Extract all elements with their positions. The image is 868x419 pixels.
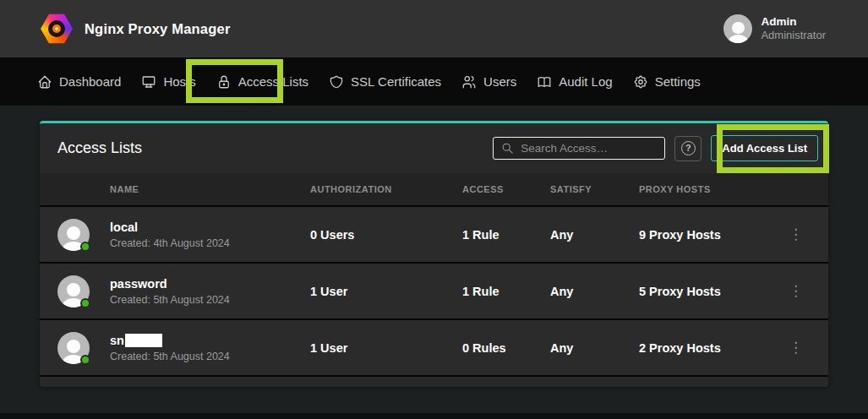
authorization-value: 1 User	[310, 341, 462, 355]
row-avatar	[57, 332, 90, 364]
search-input[interactable]	[521, 142, 657, 155]
row-avatar	[57, 275, 90, 307]
nav-label: Access Lists	[238, 74, 308, 89]
column-header-proxy-hosts: PROXY HOSTS	[639, 184, 781, 194]
home-icon	[37, 74, 52, 90]
row-avatar	[57, 219, 90, 251]
table-header: NAME AUTHORIZATION ACCESS SATISFY PROXY …	[40, 173, 828, 207]
book-icon	[537, 74, 552, 90]
nav-item-settings[interactable]: Settings	[633, 74, 701, 90]
row-name-cell: password Created: 5th August 2024	[110, 277, 310, 306]
user-role: Administrator	[761, 29, 826, 43]
user-avatar[interactable]	[723, 14, 752, 43]
access-lists-panel: Access Lists ? Add Access List NAME AUTH…	[40, 121, 828, 387]
status-online-dot	[80, 242, 90, 252]
nav-label: Users	[483, 74, 516, 89]
nav-label: Audit Log	[559, 74, 612, 89]
proxy-hosts-value: 5 Proxy Hosts	[639, 285, 781, 298]
top-bar: Nginx Proxy Manager Admin Administrator	[0, 0, 868, 57]
nav-label: Settings	[655, 74, 701, 89]
nav-item-ssl-certificates[interactable]: SSL Certificates	[329, 74, 441, 90]
row-name-cell: local Created: 4th August 2024	[110, 220, 310, 249]
user-name: Admin	[761, 14, 826, 30]
nav-item-audit-log[interactable]: Audit Log	[537, 74, 612, 90]
access-list-name: local	[110, 220, 310, 234]
table-row[interactable]: password Created: 5th August 2024 1 User…	[40, 264, 828, 320]
authorization-value: 1 User	[310, 285, 462, 298]
user-menu[interactable]: Admin Administrator	[723, 14, 826, 43]
shield-icon	[329, 74, 344, 90]
add-access-list-button[interactable]: Add Access List	[711, 135, 818, 161]
brand: Nginx Proxy Manager	[41, 14, 231, 44]
user-text: Admin Administrator	[761, 14, 826, 43]
nav-item-users[interactable]: Users	[461, 74, 516, 90]
column-header-satisfy: SATISFY	[550, 184, 639, 194]
nav-item-dashboard[interactable]: Dashboard	[37, 74, 121, 90]
app-logo-icon	[41, 14, 73, 44]
satisfy-value: Any	[550, 341, 639, 355]
row-name-cell: sn Created: 5th August 2024	[110, 334, 310, 362]
row-menu-kebab-icon[interactable]: ⋮	[781, 284, 811, 298]
table-row[interactable]: sn Created: 5th August 2024 1 User 0 Rul…	[40, 320, 828, 377]
table-row[interactable]: local Created: 4th August 2024 0 Users 1…	[40, 207, 828, 264]
gear-icon	[633, 74, 648, 90]
search-icon	[501, 142, 514, 155]
search-box[interactable]	[493, 137, 665, 160]
column-header-name: NAME	[110, 184, 310, 194]
nav-item-access-lists[interactable]: Access Lists	[216, 74, 308, 90]
satisfy-value: Any	[550, 285, 639, 298]
access-value: 1 Rule	[462, 285, 550, 298]
satisfy-value: Any	[550, 228, 639, 242]
bottom-edge-strip	[0, 413, 868, 419]
panel-footer	[40, 377, 828, 387]
panel-header: Access Lists ? Add Access List	[40, 123, 828, 173]
help-icon: ?	[681, 141, 696, 155]
access-value: 0 Rules	[462, 341, 550, 355]
authorization-value: 0 Users	[310, 228, 462, 242]
access-list-name: sn	[110, 334, 310, 347]
status-online-dot	[80, 298, 90, 308]
nginx-proxy-manager-app: Nginx Proxy Manager Admin Administrator …	[0, 0, 868, 419]
created-date: Created: 4th August 2024	[110, 237, 310, 249]
nav-label: Hosts	[163, 74, 195, 89]
row-menu-kebab-icon[interactable]: ⋮	[781, 340, 811, 355]
nav-label: SSL Certificates	[351, 74, 441, 89]
main-nav: Dashboard Hosts Access Lists SSL Certifi…	[0, 57, 868, 106]
nav-item-hosts[interactable]: Hosts	[141, 74, 195, 90]
lock-icon	[216, 74, 232, 90]
access-list-name: password	[110, 277, 310, 291]
column-header-access: ACCESS	[462, 184, 550, 194]
help-button[interactable]: ?	[674, 136, 701, 161]
access-value: 1 Rule	[462, 228, 550, 242]
proxy-hosts-value: 2 Proxy Hosts	[639, 341, 781, 355]
nav-label: Dashboard	[59, 74, 121, 89]
monitor-icon	[141, 74, 156, 90]
redaction-box	[125, 334, 162, 347]
app-title: Nginx Proxy Manager	[85, 21, 231, 37]
created-date: Created: 5th August 2024	[110, 351, 310, 362]
users-icon	[461, 74, 477, 90]
row-menu-kebab-icon[interactable]: ⋮	[781, 227, 811, 242]
panel-title: Access Lists	[57, 139, 483, 157]
status-online-dot	[80, 355, 90, 365]
proxy-hosts-value: 9 Proxy Hosts	[639, 228, 781, 242]
created-date: Created: 5th August 2024	[110, 294, 310, 306]
column-header-authorization: AUTHORIZATION	[310, 184, 462, 194]
